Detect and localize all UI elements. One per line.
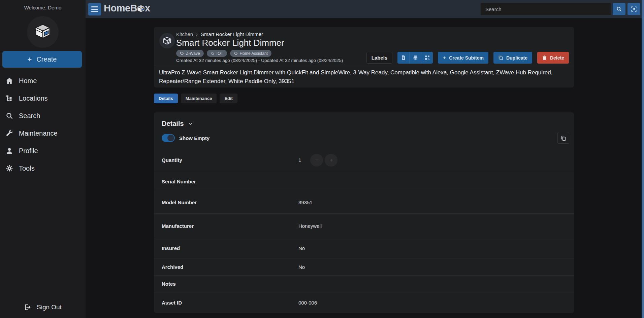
item-header-card: Kitchen › Smart Rocker Light Dimmer Smar… bbox=[154, 27, 574, 87]
field-value: 1 bbox=[298, 157, 301, 163]
tag-iot[interactable]: IOT bbox=[207, 50, 227, 57]
details-card: Details Show Empty Quantity 1 − + Serial… bbox=[154, 112, 574, 313]
search-input[interactable] bbox=[481, 3, 611, 15]
quantity-decrement-button[interactable]: − bbox=[310, 154, 323, 167]
sidebar-item-label: Profile bbox=[19, 147, 38, 155]
detail-row-quantity: Quantity 1 − + bbox=[154, 148, 574, 172]
tab-maintenance[interactable]: Maintenance bbox=[181, 94, 217, 103]
field-label: Quantity bbox=[162, 157, 298, 163]
brand-text-pre: HomeB bbox=[104, 3, 137, 14]
box-outline-icon bbox=[163, 36, 171, 45]
tag-label: IOT bbox=[217, 51, 223, 56]
field-label: Serial Number bbox=[162, 179, 298, 184]
item-description: UltraPro Z-Wave Smart Rocker Light Dimme… bbox=[159, 68, 569, 85]
qr-code-icon bbox=[424, 55, 430, 61]
tag-icon bbox=[211, 51, 215, 56]
detail-row-serial-number: Serial Number bbox=[154, 172, 574, 191]
detail-row-insured: Insured No bbox=[154, 238, 574, 258]
detail-row-notes: Notes bbox=[154, 276, 574, 292]
header-divider bbox=[154, 66, 574, 66]
breadcrumb-parent-link[interactable]: Kitchen bbox=[176, 31, 193, 37]
field-value: 39351 bbox=[298, 200, 313, 205]
sidebar-item-label: Locations bbox=[19, 95, 48, 102]
show-empty-toggle-row[interactable]: Show Empty bbox=[162, 134, 210, 142]
sidebar-item-locations[interactable]: Locations bbox=[0, 90, 86, 107]
duplicate-button[interactable]: Duplicate bbox=[493, 52, 532, 64]
tag-zwave[interactable]: Z-Wave bbox=[176, 50, 204, 57]
welcome-text: Welcome, Demo bbox=[0, 5, 86, 10]
qr-scan-button[interactable] bbox=[627, 3, 640, 15]
plus-icon: + bbox=[443, 55, 446, 61]
sidebar-item-search[interactable]: Search bbox=[0, 107, 86, 125]
field-label: Asset ID bbox=[162, 300, 298, 306]
tag-icon bbox=[234, 51, 238, 56]
copy-icon bbox=[498, 55, 503, 60]
quantity-increment-button[interactable]: + bbox=[325, 154, 337, 167]
breadcrumb-separator: › bbox=[196, 31, 198, 37]
sidebar-item-label: Home bbox=[19, 77, 37, 85]
locations-tree-icon bbox=[5, 94, 13, 102]
field-label: Insured bbox=[162, 245, 298, 251]
sidebar-item-maintenance[interactable]: Maintenance bbox=[0, 125, 86, 142]
sidebar-item-tools[interactable]: Tools bbox=[0, 160, 86, 177]
item-avatar bbox=[159, 33, 175, 48]
show-empty-label: Show Empty bbox=[179, 135, 210, 141]
copy-icon bbox=[560, 135, 567, 141]
file-download-icon bbox=[400, 55, 406, 61]
tag-list: Z-Wave IOT Home Assistant bbox=[176, 50, 271, 57]
hamburger-icon bbox=[91, 6, 98, 7]
details-heading: Details bbox=[162, 120, 184, 128]
copy-details-button[interactable] bbox=[557, 132, 569, 144]
qr-scan-icon bbox=[631, 6, 637, 12]
create-button[interactable]: + Create bbox=[2, 51, 82, 68]
create-button-label: Create bbox=[36, 56, 57, 63]
search-icon bbox=[5, 112, 13, 120]
print-button[interactable] bbox=[409, 52, 421, 64]
person-icon bbox=[5, 147, 13, 155]
gear-icon bbox=[5, 164, 13, 172]
tab-edit[interactable]: Edit bbox=[220, 94, 237, 103]
menu-button[interactable] bbox=[88, 3, 101, 15]
field-value: Honeywell bbox=[298, 223, 322, 229]
trash-icon bbox=[542, 55, 547, 60]
create-subitem-button[interactable]: + Create Subitem bbox=[438, 52, 488, 64]
show-empty-toggle[interactable] bbox=[162, 134, 175, 142]
sidebar-item-label: Maintenance bbox=[19, 130, 58, 137]
sidebar-item-profile[interactable]: Profile bbox=[0, 142, 86, 160]
detail-row-model-number: Model Number 39351 bbox=[154, 191, 574, 214]
search-icon bbox=[616, 6, 622, 12]
sign-out-button[interactable]: Sign Out bbox=[0, 301, 86, 314]
delete-button[interactable]: Delete bbox=[537, 52, 569, 64]
tag-home-assistant[interactable]: Home Assistant bbox=[230, 50, 271, 57]
homebox-logo bbox=[27, 16, 59, 48]
tab-details[interactable]: Details bbox=[154, 94, 178, 103]
qr-code-button[interactable] bbox=[421, 52, 433, 64]
detail-row-archived: Archived No bbox=[154, 258, 574, 276]
brand-logo[interactable]: HomeB x bbox=[104, 3, 150, 14]
toggle-knob bbox=[167, 135, 174, 141]
created-updated-meta: Created At 32 minutes ago (08/24/2025) -… bbox=[176, 58, 343, 63]
tag-label: Z-Wave bbox=[186, 51, 200, 56]
details-field-list: Quantity 1 − + Serial Number Model Numbe… bbox=[154, 148, 574, 313]
sign-out-label: Sign Out bbox=[37, 304, 62, 311]
detail-row-asset-id: Asset ID 000-006 bbox=[154, 292, 574, 313]
plus-icon: + bbox=[28, 55, 32, 64]
delete-label: Delete bbox=[550, 55, 564, 61]
tag-icon bbox=[180, 51, 184, 56]
duplicate-label: Duplicate bbox=[506, 55, 527, 61]
brand-text-post: x bbox=[145, 3, 150, 14]
box-logo-icon bbox=[34, 23, 52, 41]
search-submit-button[interactable] bbox=[613, 3, 625, 15]
logout-icon bbox=[24, 304, 31, 311]
tab-bar: Details Maintenance Edit bbox=[154, 94, 237, 103]
page-scrollbar[interactable] bbox=[642, 0, 644, 318]
download-file-button[interactable] bbox=[397, 52, 409, 64]
labels-button[interactable]: Labels bbox=[366, 52, 393, 64]
details-section-header[interactable]: Details bbox=[162, 120, 193, 128]
detail-row-manufacturer: Manufacturer Honeywell bbox=[154, 214, 574, 238]
printer-icon bbox=[413, 55, 418, 61]
sidebar-item-home[interactable]: Home bbox=[0, 72, 86, 90]
labels-button-label: Labels bbox=[372, 55, 388, 61]
item-actions: Labels bbox=[366, 52, 569, 64]
field-label: Archived bbox=[162, 264, 298, 270]
